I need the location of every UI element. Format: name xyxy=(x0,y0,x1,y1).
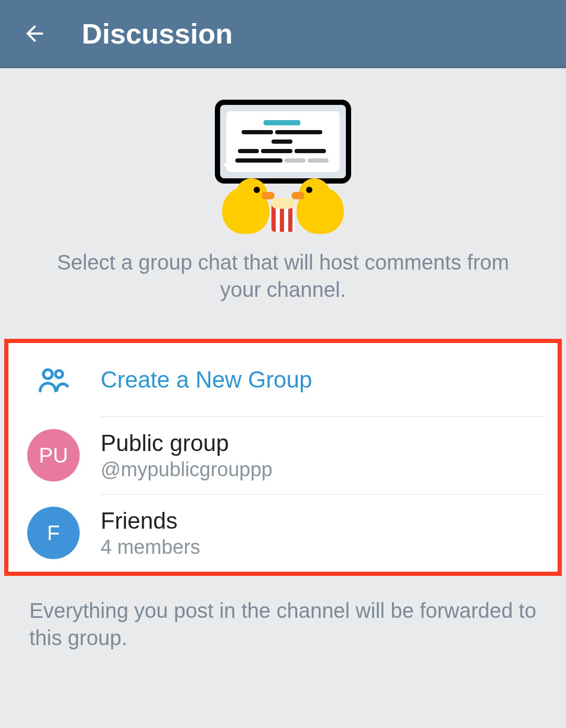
group-subtitle: 4 members xyxy=(101,536,539,559)
tablet-icon xyxy=(215,100,351,184)
app-header: Discussion xyxy=(0,0,566,68)
arrow-left-icon xyxy=(22,21,47,46)
group-item-friends[interactable]: F Friends 4 members xyxy=(8,494,558,572)
group-name: Public group xyxy=(101,430,539,456)
group-name: Friends xyxy=(101,508,539,534)
duck-right-icon xyxy=(287,176,345,234)
group-subtitle: @mypublicgrouppp xyxy=(101,458,539,481)
back-button[interactable] xyxy=(19,18,50,49)
people-icon xyxy=(27,363,80,397)
group-item-public-group[interactable]: PU Public group @mypublicgrouppp xyxy=(8,416,558,494)
hero-description: Select a group chat that will host comme… xyxy=(52,249,514,303)
groups-card: Create a New Group PU Public group @mypu… xyxy=(4,339,562,576)
page-title: Discussion xyxy=(82,17,233,50)
svg-point-0 xyxy=(43,370,52,379)
avatar: PU xyxy=(27,429,80,481)
create-new-group[interactable]: Create a New Group xyxy=(8,343,558,416)
duck-left-icon xyxy=(221,176,279,234)
avatar: F xyxy=(27,507,80,559)
hero-section: Select a group chat that will host comme… xyxy=(0,68,566,324)
footer-note: Everything you post in the channel will … xyxy=(0,576,566,651)
create-new-group-label: Create a New Group xyxy=(101,367,539,393)
discussion-illustration xyxy=(204,100,362,231)
svg-point-1 xyxy=(56,370,63,378)
